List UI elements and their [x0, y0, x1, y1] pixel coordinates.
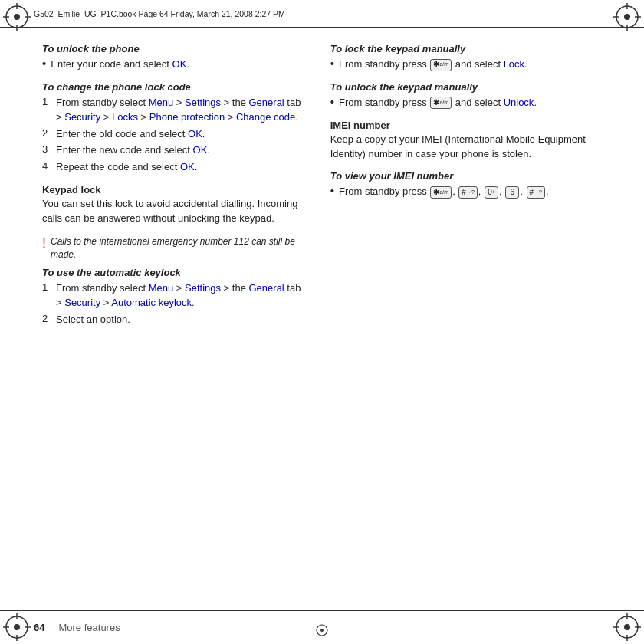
imei-body: Keep a copy of your IMEI (International … [330, 133, 602, 162]
bottom-center-mark [315, 623, 329, 639]
section-view-imei: To view your IMEI number • From standby … [330, 170, 602, 199]
key-star-1: ✱a/m [430, 59, 452, 71]
lock-link: Lock [504, 58, 524, 70]
key-star-2: ✱a/m [430, 97, 452, 109]
section-unlock-phone: To unlock the phone • Enter your code an… [42, 43, 301, 72]
bullet-lock-keypad: • From standby press ✱a/m and select Loc… [330, 58, 602, 72]
auto-step-2: 2 Select an option. [42, 313, 301, 327]
heading-view-imei: To view your IMEI number [330, 170, 602, 182]
numbered-list-change-code: 1 From standby select Menu > Settings > … [42, 96, 301, 175]
key-zero-plus: 0+ [485, 186, 498, 199]
section-auto-keylock: To use the automatic keylock 1 From stan… [42, 267, 301, 327]
settings-link-1: Settings [185, 97, 221, 108]
section-change-code: To change the phone lock code 1 From sta… [42, 81, 301, 175]
subheading-keypad-lock: Keypad lock [42, 184, 301, 196]
header-bar: G502_Emilie_UG_P1C.book Page 64 Friday, … [0, 0, 644, 28]
col-left: To unlock the phone • Enter your code an… [42, 31, 317, 607]
security-link-1: Security [64, 111, 100, 123]
bullet-dot: • [42, 57, 46, 70]
heading-unlock-phone: To unlock the phone [42, 43, 301, 54]
footer-bar: 64 More features [0, 610, 644, 644]
key-star-3: ✱a/m [430, 186, 452, 199]
ok-link-1: OK [172, 58, 187, 70]
footer-chapter: More features [58, 622, 120, 633]
section-lock-keypad: To lock the keypad manually • From stand… [330, 43, 602, 72]
section-imei: IMEI number Keep a copy of your IMEI (In… [330, 120, 602, 162]
bullet-dot-2: • [330, 57, 334, 70]
key-hash-q: #→? [458, 186, 477, 199]
key-six: 6 [505, 186, 519, 199]
section-unlock-keypad: To unlock the keypad manually • From sta… [330, 81, 602, 110]
bullet-unlock-phone: • Enter your code and select OK. [42, 58, 301, 72]
ok-link-4: OK [180, 161, 195, 172]
header-text: G502_Emilie_UG_P1C.book Page 64 Friday, … [34, 9, 285, 18]
bullet-unlock-keypad: • From standby press ✱a/m and select Unl… [330, 96, 602, 110]
bullet-lock-keypad-text: From standby press ✱a/m and select Lock. [339, 58, 527, 72]
bullet-view-imei: • From standby press ✱a/m, #→?, 0+, 6, #… [330, 185, 602, 199]
subheading-imei: IMEI number [330, 120, 602, 131]
footer-page-number: 64 [34, 622, 44, 633]
heading-change-code: To change the phone lock code [42, 81, 301, 93]
svg-point-25 [320, 629, 324, 632]
ok-link-2: OK [188, 128, 202, 140]
settings-link-2: Settings [185, 282, 221, 294]
menu-link-2: Menu [149, 282, 174, 294]
auto-keylock-link: Automatic keylock [111, 297, 192, 308]
note-text: Calls to the international emergency num… [51, 235, 301, 261]
section-keypad-lock: Keypad lock You can set this lock to avo… [42, 184, 301, 226]
heading-unlock-keypad: To unlock the keypad manually [330, 81, 602, 93]
bullet-dot-3: • [330, 95, 334, 108]
unlock-link: Unlock [504, 97, 534, 108]
ok-link-3: OK [193, 144, 208, 156]
step-4: 4 Repeat the code and select OK. [42, 160, 301, 175]
key-hash-q-2: #→? [527, 186, 545, 199]
numbered-list-auto-keylock: 1 From standby select Menu > Settings > … [42, 281, 301, 327]
change-code-link-1: Change code [236, 111, 295, 123]
security-link-2: Security [64, 297, 100, 308]
step-3: 3 Enter the new code and select OK. [42, 143, 301, 158]
step-2: 2 Enter the old code and select OK. [42, 127, 301, 142]
keypad-lock-body: You can set this lock to avoid accidenta… [42, 197, 301, 226]
heading-auto-keylock: To use the automatic keylock [42, 267, 301, 278]
heading-lock-keypad: To lock the keypad manually [330, 43, 602, 54]
menu-link-1: Menu [149, 97, 174, 108]
bullet-view-imei-text: From standby press ✱a/m, #→?, 0+, 6, #→?… [339, 185, 549, 199]
general-link-2: General [249, 282, 284, 294]
col-right: To lock the keypad manually • From stand… [317, 31, 602, 607]
warning-icon: ! [42, 234, 46, 253]
locks-link-1: Locks [112, 111, 138, 123]
general-link-1: General [249, 97, 284, 108]
phone-protection-link-1: Phone protection [150, 111, 225, 123]
content-area: To unlock the phone • Enter your code an… [42, 31, 602, 607]
auto-step-1: 1 From standby select Menu > Settings > … [42, 281, 301, 310]
note-block-112: ! Calls to the international emergency n… [42, 235, 301, 261]
bullet-unlock-phone-text: Enter your code and select OK. [51, 58, 189, 72]
bullet-dot-4: • [330, 184, 334, 197]
step-1: 1 From standby select Menu > Settings > … [42, 96, 301, 125]
bullet-unlock-keypad-text: From standby press ✱a/m and select Unloc… [339, 96, 537, 110]
